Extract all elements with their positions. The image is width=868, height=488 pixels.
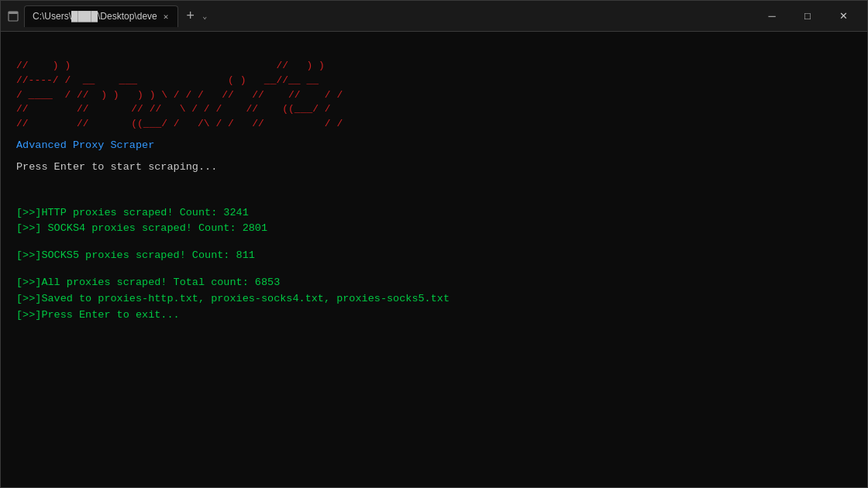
active-tab[interactable]: C:\Users\████\Desktop\deve ✕: [24, 5, 178, 27]
window-controls: ─ □ ✕: [754, 4, 861, 29]
log-line-saved: [>>]Saved to proxies-http.txt, proxies-s…: [16, 291, 852, 308]
app-title: Advanced Proxy Scraper: [16, 138, 852, 153]
log-line-http: [>>]HTTP proxies scraped! Count: 3241: [16, 205, 852, 222]
new-tab-button[interactable]: +: [183, 9, 198, 23]
window-icon: [7, 10, 19, 22]
log-line-exit: [>>]Press Enter to exit...: [16, 308, 852, 324]
log-total-text: [>>]All proxies scraped! Total count: 68…: [16, 275, 280, 291]
log-http-text: [>>]HTTP proxies scraped! Count: 3241: [16, 205, 249, 222]
spacer-3: [16, 264, 852, 275]
minimize-button[interactable]: ─: [754, 4, 790, 29]
tab-close-button[interactable]: ✕: [162, 12, 170, 22]
log-saved-text: [>>]Saved to proxies-http.txt, proxies-s…: [16, 291, 450, 308]
tab-dropdown-button[interactable]: ⌄: [202, 12, 207, 21]
log-line-socks4: [>>] SOCKS4 proxies scraped! Count: 2801: [16, 221, 852, 237]
start-prompt: Press Enter to start scraping...: [16, 160, 852, 175]
titlebar: C:\Users\████\Desktop\deve ✕ + ⌄ ─ □ ✕: [1, 1, 867, 32]
close-button[interactable]: ✕: [825, 4, 861, 29]
svg-rect-1: [9, 12, 18, 14]
log-line-socks5: [>>]SOCKS5 proxies scraped! Count: 811: [16, 248, 852, 264]
ascii-art: // ) ) // ) ) //----/ / __ ___ ( ) __//_…: [16, 44, 852, 132]
terminal-window: C:\Users\████\Desktop\deve ✕ + ⌄ ─ □ ✕ /…: [0, 0, 868, 488]
log-line-total: [>>]All proxies scraped! Total count: 68…: [16, 275, 852, 291]
spacer-2: [16, 237, 852, 248]
maximize-button[interactable]: □: [790, 4, 825, 29]
log-socks4-text: [>>] SOCKS4 proxies scraped! Count: 2801: [16, 221, 267, 237]
spacer-1: [16, 194, 852, 205]
tab-title: C:\Users\████\Desktop\deve: [33, 11, 157, 22]
log-socks5-text: [>>]SOCKS5 proxies scraped! Count: 811: [16, 248, 255, 264]
terminal-body[interactable]: // ) ) // ) ) //----/ / __ ___ ( ) __//_…: [1, 32, 867, 487]
log-exit-text: [>>]Press Enter to exit...: [16, 308, 180, 324]
titlebar-left: C:\Users\████\Desktop\deve ✕ + ⌄: [7, 5, 754, 27]
